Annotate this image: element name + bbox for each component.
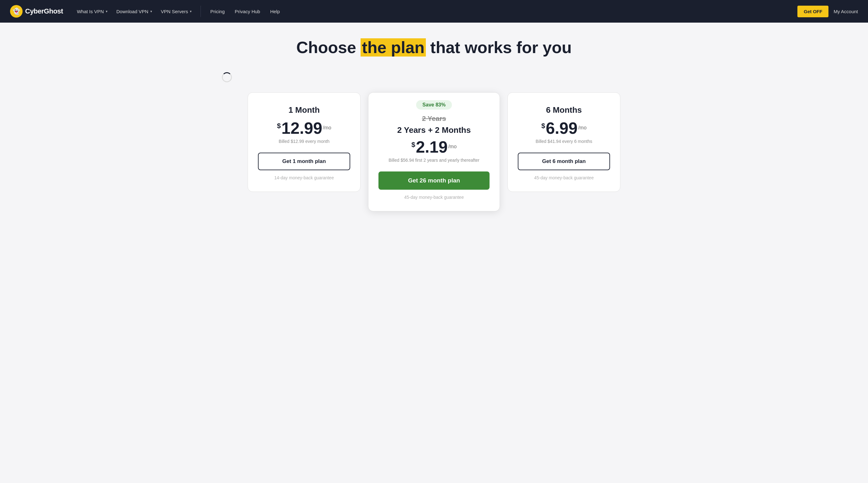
currency-symbol: $ [541, 122, 545, 130]
get-1month-plan-button[interactable]: Get 1 month plan [258, 153, 350, 170]
currency-symbol: $ [277, 122, 281, 130]
nav-download-vpn[interactable]: Download VPN ▾ [113, 6, 156, 17]
plan-name: 1 Month [258, 105, 350, 115]
guarantee-text: 45-day money-back guarantee [518, 175, 610, 180]
chevron-icon: ▾ [106, 9, 107, 13]
price-per: /mo [323, 125, 331, 131]
navbar: 👻 CyberGhost What Is VPN ▾ Download VPN … [0, 0, 868, 23]
nav-what-is-vpn[interactable]: What Is VPN ▾ [73, 6, 112, 17]
brand-name: CyberGhost [25, 7, 63, 16]
price-amount: 6.99 [546, 120, 578, 136]
chevron-icon: ▾ [190, 9, 192, 13]
page-title: Choose the plan that works for you [222, 38, 646, 57]
price-amount: 2.19 [416, 139, 447, 155]
guarantee-text: 45-day money-back guarantee [378, 195, 490, 200]
nav-privacy-hub[interactable]: Privacy Hub [230, 6, 265, 17]
price-per: /mo [578, 125, 587, 131]
plan-card-1month: 1 Month $ 12.99 /mo Billed $12.99 every … [248, 92, 361, 192]
price-row: $ 6.99 /mo [518, 120, 610, 136]
chevron-icon: ▾ [150, 9, 152, 13]
get-26month-plan-button[interactable]: Get 26 month plan [378, 171, 490, 190]
price-amount: 12.99 [281, 120, 322, 136]
nav-help[interactable]: Help [266, 6, 284, 17]
plan-card-2years: Save 83% 2 Years 2 Years + 2 Months $ 2.… [368, 92, 500, 211]
plan-duration: 2 Years + 2 Months [378, 125, 490, 135]
currency-symbol: $ [411, 141, 415, 149]
plan-name-strikethrough: 2 Years [378, 115, 490, 123]
nav-links: What Is VPN ▾ Download VPN ▾ VPN Servers… [73, 6, 797, 17]
nav-vpn-servers[interactable]: VPN Servers ▾ [157, 6, 196, 17]
logo-link[interactable]: 👻 CyberGhost [10, 5, 63, 18]
price-row: $ 2.19 /mo [378, 139, 490, 155]
billed-text: Billed $41.94 every 6 months [518, 139, 610, 144]
my-account-link[interactable]: My Account [834, 9, 858, 14]
logo-icon: 👻 [10, 5, 23, 18]
plan-name: 6 Months [518, 105, 610, 115]
get-off-button[interactable]: Get OFF [797, 6, 829, 17]
get-6month-plan-button[interactable]: Get 6 month plan [518, 153, 610, 170]
plan-card-6months: 6 Months $ 6.99 /mo Billed $41.94 every … [507, 92, 620, 192]
guarantee-text: 14-day money-back guarantee [258, 175, 350, 180]
loading-spinner [222, 72, 232, 82]
nav-right: Get OFF My Account [797, 6, 858, 17]
save-badge: Save 83% [416, 100, 452, 110]
pricing-grid: 1 Month $ 12.99 /mo Billed $12.99 every … [222, 92, 646, 211]
nav-pricing[interactable]: Pricing [206, 6, 229, 17]
main-content: Choose the plan that works for you 1 Mon… [214, 23, 654, 236]
price-row: $ 12.99 /mo [258, 120, 350, 136]
billed-text: Billed $56.94 first 2 years and yearly t… [378, 158, 490, 163]
billed-text: Billed $12.99 every month [258, 139, 350, 144]
price-per: /mo [448, 144, 457, 149]
nav-divider [200, 6, 201, 17]
